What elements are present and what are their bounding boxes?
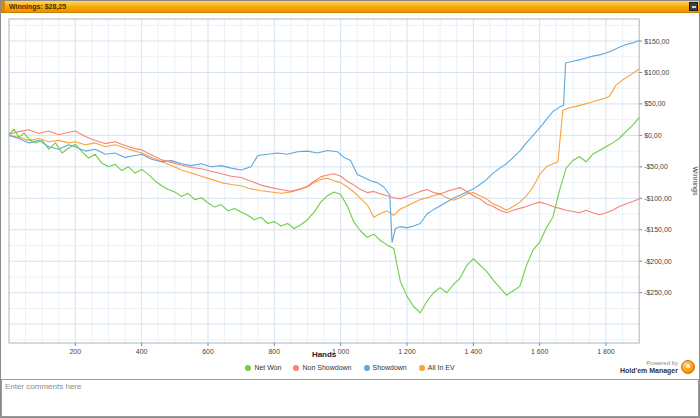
- y-tick-label: -$100,00: [644, 195, 672, 202]
- y-axis-labels: $150,00$100,00$50,00$0,00-$50,00-$100,00…: [639, 38, 672, 297]
- chart-legend: Net WonNon ShowdownShowdownAll In EV: [1, 364, 699, 371]
- comments-input[interactable]: [1, 379, 699, 417]
- x-axis-labels: 2004006008001 0001 2001 4001 6001 800: [69, 343, 614, 355]
- titlebar-grip-icon: [1, 1, 5, 12]
- x-tick-label: 200: [69, 348, 81, 355]
- y-tick-label: $0,00: [644, 132, 662, 139]
- legend-label-non-showdown: Non Showdown: [302, 364, 351, 371]
- net-won-swatch-icon: [245, 365, 251, 371]
- chart-footer-row: Net WonNon ShowdownShowdownAll In EV Pow…: [1, 359, 699, 379]
- legend-item-non-showdown[interactable]: Non Showdown: [293, 364, 351, 371]
- y-tick-label: -$50,00: [644, 163, 668, 170]
- showdown-swatch-icon: [364, 365, 370, 371]
- x-tick-label: 400: [136, 348, 148, 355]
- holdem-manager-graph-window: Winnings: $28,25 2004006008001 0001 2001…: [0, 0, 700, 418]
- y-tick-label: $150,00: [644, 38, 669, 45]
- brand-label: Hold'em Manager: [620, 367, 678, 375]
- legend-label-net-won: Net Won: [254, 364, 281, 371]
- legend-label-showdown: Showdown: [373, 364, 407, 371]
- powered-by-label: Powered by: [620, 360, 678, 367]
- x-axis-title: Hands: [312, 350, 337, 359]
- x-tick-label: 1 600: [531, 348, 549, 355]
- x-tick-label: 1 800: [597, 348, 615, 355]
- x-tick-label: 800: [269, 348, 281, 355]
- y-tick-label: -$150,00: [644, 226, 672, 233]
- legend-label-all-in-ev: All In EV: [428, 364, 455, 371]
- y-axis-title: Winnings: [691, 167, 699, 196]
- legend-item-all-in-ev[interactable]: All In EV: [419, 364, 455, 371]
- gridlines: [9, 19, 639, 343]
- x-tick-label: 600: [202, 348, 214, 355]
- holdem-manager-logo-icon: [681, 360, 695, 374]
- x-tick-label: 1 400: [465, 348, 483, 355]
- titlebar-menu-button[interactable]: [689, 2, 698, 11]
- y-tick-label: -$250,00: [644, 289, 672, 296]
- titlebar[interactable]: Winnings: $28,25: [1, 1, 699, 13]
- chart-canvas: 2004006008001 0001 2001 4001 6001 800$15…: [1, 13, 699, 359]
- y-tick-label: $50,00: [644, 100, 665, 107]
- x-tick-label: 1 200: [398, 348, 416, 355]
- winnings-title: Winnings: $28,25: [9, 1, 66, 12]
- non-showdown-swatch-icon: [293, 365, 299, 371]
- winnings-chart: 2004006008001 0001 2001 4001 6001 800$15…: [1, 13, 699, 359]
- y-tick-label: $100,00: [644, 69, 669, 76]
- legend-item-net-won[interactable]: Net Won: [245, 364, 281, 371]
- powered-by-text: Powered by Hold'em Manager: [620, 360, 678, 375]
- all-in-ev-swatch-icon: [419, 365, 425, 371]
- legend-item-showdown[interactable]: Showdown: [364, 364, 407, 371]
- y-tick-label: -$200,00: [644, 258, 672, 265]
- powered-by: Powered by Hold'em Manager: [620, 360, 695, 375]
